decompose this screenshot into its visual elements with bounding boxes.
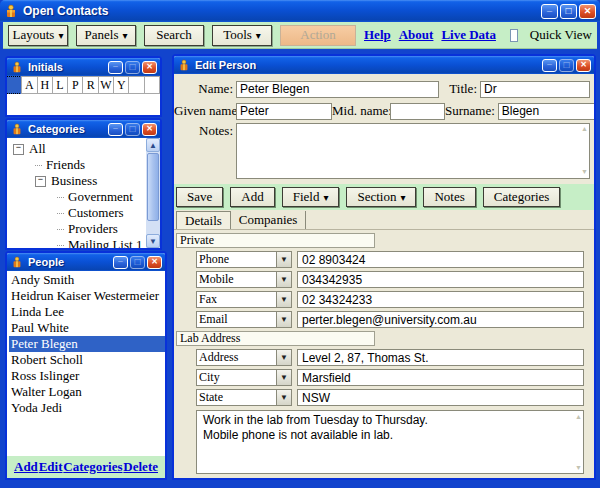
layouts-button[interactable]: Layouts	[8, 25, 68, 46]
chevron-down-icon[interactable]	[276, 292, 291, 307]
field-type-select[interactable]: Mobile	[196, 271, 292, 288]
add-button[interactable]: Add	[230, 187, 274, 207]
field-type-select[interactable]: City	[196, 369, 292, 386]
mid-name-field[interactable]	[390, 103, 445, 120]
initial-cell-empty[interactable]	[144, 76, 160, 94]
quick-view-checkbox[interactable]	[510, 29, 518, 42]
save-button[interactable]: Save	[176, 187, 223, 207]
section-notes-field[interactable]: Work in the lab from Tuesday to Thursday…	[196, 410, 584, 474]
surname-field[interactable]	[498, 103, 594, 120]
panels-button[interactable]: Panels	[76, 25, 136, 46]
scrollbar-thumb[interactable]	[147, 153, 159, 221]
city-value-field[interactable]	[297, 369, 584, 386]
minimize-icon[interactable]	[541, 4, 558, 19]
close-icon[interactable]	[579, 4, 596, 19]
email-value-field[interactable]	[297, 311, 584, 328]
categories-scrollbar[interactable]	[146, 138, 160, 248]
initial-cell[interactable]: P	[67, 76, 83, 94]
chevron-down-icon[interactable]	[276, 350, 291, 365]
collapse-icon[interactable]	[35, 176, 46, 187]
notes-button[interactable]: Notes	[423, 187, 475, 207]
categories-button[interactable]: Categories	[483, 187, 561, 207]
chevron-down-icon[interactable]	[276, 272, 291, 287]
chevron-down-icon[interactable]	[276, 370, 291, 385]
categories-link[interactable]: Categories	[63, 459, 122, 475]
tree-item-government[interactable]: Government	[11, 189, 160, 205]
help-link[interactable]: Help	[364, 27, 391, 43]
about-link[interactable]: About	[399, 27, 434, 43]
close-icon[interactable]	[142, 123, 157, 136]
maximize-icon[interactable]	[125, 61, 140, 74]
minimize-icon[interactable]	[108, 123, 123, 136]
section-button[interactable]: Section	[346, 187, 416, 207]
list-item[interactable]: Robert Scholl	[9, 352, 165, 368]
chevron-down-icon[interactable]	[276, 312, 291, 327]
list-item[interactable]: Ross Islinger	[9, 368, 165, 384]
add-link[interactable]: Add	[14, 459, 38, 475]
initial-cell-blank-selected[interactable]	[7, 76, 22, 94]
field-row-state: State	[196, 389, 584, 406]
given-name-field[interactable]	[236, 103, 332, 120]
edit-person-titlebar[interactable]: Edit Person	[174, 56, 594, 74]
minimize-icon[interactable]	[113, 256, 128, 269]
minimize-icon[interactable]	[542, 59, 557, 72]
chevron-down-icon[interactable]	[276, 390, 291, 405]
field-type-select[interactable]: Address	[196, 349, 292, 366]
list-item[interactable]: Paul White	[9, 320, 165, 336]
categories-titlebar[interactable]: Categories	[7, 120, 160, 138]
list-item[interactable]: Andy Smith	[9, 272, 165, 288]
chevron-down-icon[interactable]	[276, 252, 291, 267]
scroll-down-icon[interactable]	[146, 234, 160, 248]
field-type-select[interactable]: State	[196, 389, 292, 406]
field-type-select[interactable]: Fax	[196, 291, 292, 308]
tree-item-business[interactable]: Business	[11, 173, 160, 189]
initial-cell[interactable]: R	[82, 76, 98, 94]
maximize-icon[interactable]	[130, 256, 145, 269]
list-item[interactable]: Yoda Jedi	[9, 400, 165, 416]
initial-cell-empty[interactable]	[128, 76, 144, 94]
tab-details[interactable]: Details	[176, 211, 231, 229]
people-titlebar[interactable]: People	[7, 253, 165, 271]
close-icon[interactable]	[147, 256, 162, 269]
tree-item-mailing-list-1[interactable]: Mailing List 1	[11, 237, 160, 248]
phone-value-field[interactable]	[297, 251, 584, 268]
tools-button[interactable]: Tools	[212, 25, 272, 46]
mobile-value-field[interactable]	[297, 271, 584, 288]
collapse-icon[interactable]	[13, 144, 24, 155]
fax-value-field[interactable]	[297, 291, 584, 308]
minimize-icon[interactable]	[108, 61, 123, 74]
list-item[interactable]: Linda Lee	[9, 304, 165, 320]
tree-item-friends[interactable]: Friends	[11, 157, 160, 173]
tree-item-all[interactable]: All	[11, 141, 160, 157]
initial-cell[interactable]: H	[37, 76, 53, 94]
edit-link[interactable]: Edit	[39, 459, 63, 475]
list-item[interactable]: Heidrun Kaiser Westermeier	[9, 288, 165, 304]
list-item-selected[interactable]: Peter Blegen	[9, 336, 165, 352]
close-icon[interactable]	[576, 59, 591, 72]
field-type-select[interactable]: Email	[196, 311, 292, 328]
initial-cell[interactable]: L	[52, 76, 68, 94]
delete-link[interactable]: Delete	[123, 459, 158, 475]
list-item[interactable]: Walter Logan	[9, 384, 165, 400]
address-value-field[interactable]	[297, 349, 584, 366]
maximize-icon[interactable]	[125, 123, 140, 136]
tree-item-customers[interactable]: Customers	[11, 205, 160, 221]
field-button[interactable]: Field	[282, 187, 340, 207]
maximize-icon[interactable]	[560, 4, 577, 19]
name-field[interactable]	[236, 81, 439, 98]
field-type-select[interactable]: Phone	[196, 251, 292, 268]
scroll-up-icon[interactable]	[146, 138, 160, 152]
state-value-field[interactable]	[297, 389, 584, 406]
initial-cell[interactable]: W	[98, 76, 114, 94]
tab-companies[interactable]: Companies	[231, 211, 307, 229]
tree-item-providers[interactable]: Providers	[11, 221, 160, 237]
live-data-link[interactable]: Live Data	[441, 27, 496, 43]
notes-field[interactable]: ▲▼	[236, 123, 590, 179]
search-button[interactable]: Search	[144, 25, 204, 46]
maximize-icon[interactable]	[559, 59, 574, 72]
initials-titlebar[interactable]: Initials	[7, 58, 160, 76]
close-icon[interactable]	[142, 61, 157, 74]
initial-cell[interactable]: A	[21, 76, 37, 94]
title-field[interactable]	[480, 81, 590, 98]
initial-cell[interactable]: Y	[113, 76, 129, 94]
